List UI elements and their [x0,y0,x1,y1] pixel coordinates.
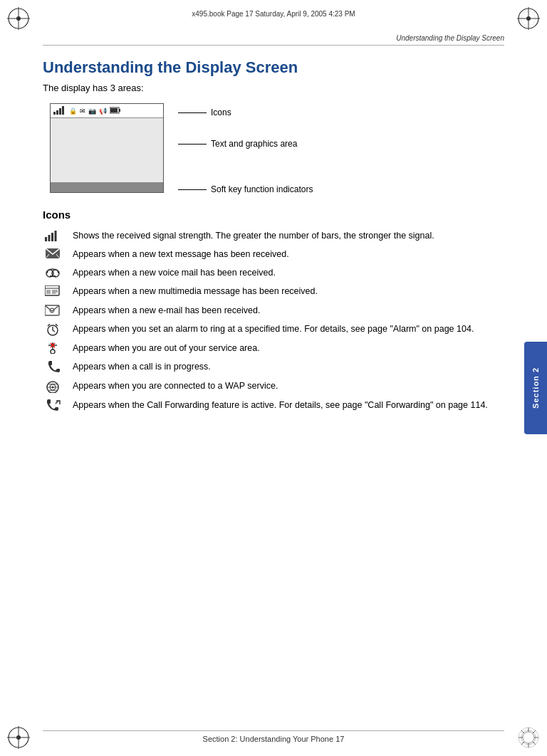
phone-msg-icon: ✉ [80,107,85,115]
svg-rect-27 [62,106,64,115]
phone-softkey-bar [51,182,163,192]
phone-battery-icon [110,107,121,115]
svg-line-51 [53,330,55,332]
phone-diagram: 🔒 ✉ 📷 📢 [50,103,164,193]
signal-strength-icon [43,229,63,241]
svg-rect-26 [59,108,61,115]
svg-rect-29 [119,109,120,112]
corner-mark-bl [6,725,31,750]
svg-rect-31 [45,237,47,241]
list-item: Appears when a new text message has been… [43,248,504,261]
email-icon [43,304,63,316]
call-in-progress-icon [43,360,63,374]
diagram-label-icons: Icons [178,107,504,117]
alarm-icon [43,322,63,336]
list-item: Shows the received signal strength. The … [43,229,504,242]
section-tab-label: Section 2 [531,367,540,409]
list-item: Appears when a call is in progress. [43,360,504,374]
svg-point-12 [16,735,21,740]
phone-lock-icon: 🔒 [69,107,77,115]
phone-status-bar: 🔒 ✉ 📷 📢 [51,104,163,118]
icons-section-title: Icons [43,209,504,221]
list-item: Appears when you are connected to a WAP … [43,379,504,393]
diagram-labels: Icons Text and graphics area Soft key fu… [164,103,504,194]
no-service-icon [43,342,63,354]
svg-point-15 [523,732,534,743]
call-forward-desc: Appears when the Call Forwarding feature… [73,399,504,411]
main-title: Understanding the Display Screen [43,58,504,77]
list-item: Appears when you set an alarm to ring at… [43,322,504,336]
voicemail-icon [43,266,63,278]
intro-text: The display has 3 areas: [43,83,504,93]
mms-message-icon [43,285,63,297]
list-item: Appears when a new multimedia message ha… [43,285,504,298]
corner-mark-tr [516,6,541,31]
sms-message-icon [43,248,63,260]
label-line-icons [178,112,207,113]
phone-speaker-icon: 📢 [99,107,107,115]
svg-line-52 [48,324,50,326]
svg-rect-33 [51,233,53,241]
page-footer: Section 2: Understanding Your Phone 17 [43,730,504,743]
wap-connection-icon [43,379,63,393]
page-header: Understanding the Display Screen [43,34,504,46]
svg-point-7 [526,16,531,21]
call-progress-desc: Appears when a call is in progress. [73,360,504,373]
svg-rect-43 [46,290,51,294]
label-line-softkey [178,189,207,190]
label-line-text-area [178,144,207,145]
svg-rect-24 [53,112,56,115]
phone-signal-icon [53,106,66,116]
svg-rect-32 [48,235,51,241]
section-tab: Section 2 [524,342,547,434]
alarm-desc: Appears when you set an alarm to ring at… [73,322,504,335]
email-desc: Appears when a new e-mail has been recei… [73,304,504,317]
svg-line-53 [56,324,58,326]
svg-point-3 [16,16,21,21]
diagram-label-text-area: Text and graphics area [178,139,504,149]
voicemail-desc: Appears when a new voice mail has been r… [73,266,504,279]
list-item: Appears when a new voice mail has been r… [43,266,504,279]
sms-desc: Appears when a new text message has been… [73,248,504,261]
phone-camera-icon: 📷 [88,107,96,115]
list-item: Appears when the Call Forwarding feature… [43,399,504,412]
corner-mark-br [516,725,541,750]
call-forwarding-icon [43,399,63,412]
phone-body [51,118,163,182]
file-info: x495.book Page 17 Saturday, April 9, 200… [192,10,355,18]
svg-rect-25 [56,110,58,115]
list-item: Appears when a new e-mail has been recei… [43,304,504,317]
svg-rect-40 [50,275,56,277]
mms-desc: Appears when a new multimedia message ha… [73,285,504,298]
corner-mark-tl [6,6,31,31]
signal-desc: Shows the received signal strength. The … [73,229,504,242]
svg-point-56 [51,350,55,354]
svg-rect-34 [55,231,57,241]
diagram-container: 🔒 ✉ 📷 📢 Icon [50,103,504,194]
svg-rect-30 [110,108,118,112]
wap-desc: Appears when you are connected to a WAP … [73,379,504,392]
diagram-label-softkey: Soft key function indicators [178,184,504,194]
no-service-desc: Appears when you are out of your service… [73,342,504,355]
icon-list: Shows the received signal strength. The … [43,229,504,412]
list-item: Appears when you are out of your service… [43,342,504,355]
